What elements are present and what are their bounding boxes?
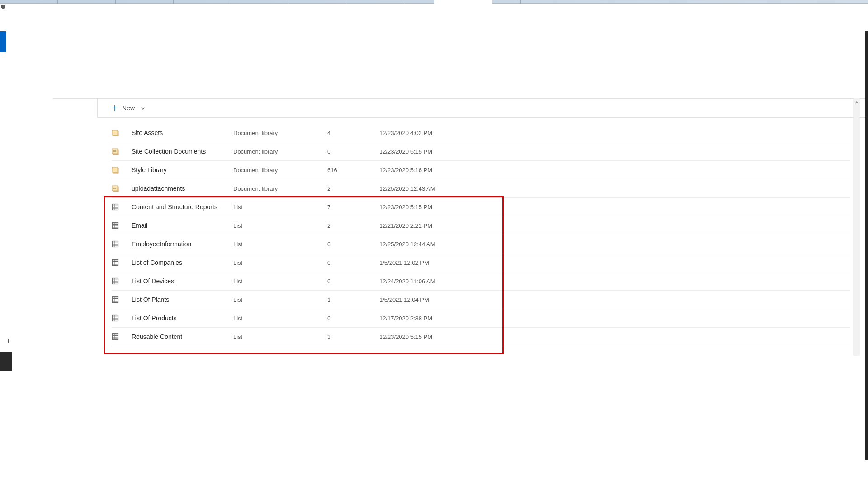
svg-rect-11 bbox=[113, 170, 116, 170]
item-name[interactable]: List of Companies bbox=[132, 259, 233, 266]
item-name[interactable]: Site Collection Documents bbox=[132, 148, 233, 155]
svg-rect-1 bbox=[112, 130, 118, 135]
item-type: List bbox=[233, 315, 327, 322]
svg-rect-6 bbox=[113, 150, 116, 151]
item-name[interactable]: EmployeeInformation bbox=[132, 240, 233, 248]
active-tab-indicator bbox=[434, 0, 492, 4]
item-type: List bbox=[233, 204, 327, 211]
item-type: List bbox=[233, 241, 327, 248]
list-icon bbox=[112, 333, 132, 340]
item-name[interactable]: Style Library bbox=[132, 166, 233, 174]
item-name[interactable]: uploadattachments bbox=[132, 185, 233, 192]
table-row[interactable]: uploadattachmentsDocument library212/25/… bbox=[112, 179, 850, 198]
item-modified: 12/23/2020 5:15 PM bbox=[379, 148, 637, 155]
item-modified: 1/5/2021 12:02 PM bbox=[379, 259, 637, 266]
item-count: 1 bbox=[327, 296, 379, 303]
list-icon bbox=[112, 259, 132, 266]
item-modified: 12/23/2020 5:16 PM bbox=[379, 167, 637, 174]
item-type: Document library bbox=[233, 130, 327, 136]
table-row[interactable]: Reusable ContentList312/23/2020 5:15 PM bbox=[112, 328, 850, 346]
item-modified: 12/23/2020 4:02 PM bbox=[379, 130, 637, 136]
browser-tab[interactable] bbox=[289, 0, 347, 4]
item-name[interactable]: List Of Products bbox=[132, 314, 233, 322]
item-modified: 12/21/2020 2:21 PM bbox=[379, 222, 637, 229]
item-type: Document library bbox=[233, 185, 327, 192]
list-icon bbox=[112, 203, 132, 211]
svg-rect-41 bbox=[113, 278, 118, 280]
table-row[interactable]: List of CompaniesList01/5/2021 12:02 PM bbox=[112, 253, 850, 272]
svg-rect-35 bbox=[113, 260, 118, 262]
command-bar: New bbox=[98, 98, 868, 118]
item-name[interactable]: List Of Plants bbox=[132, 296, 233, 303]
item-name[interactable]: Content and Structure Reports bbox=[132, 203, 233, 211]
item-modified: 12/25/2020 12:44 AM bbox=[379, 241, 637, 248]
item-modified: 12/24/2020 11:06 AM bbox=[379, 278, 637, 285]
document-library-icon bbox=[112, 184, 132, 192]
item-count: 2 bbox=[327, 185, 379, 192]
item-name[interactable]: Email bbox=[132, 222, 233, 229]
svg-rect-47 bbox=[113, 297, 118, 299]
list-icon bbox=[112, 296, 132, 303]
browser-tab[interactable] bbox=[58, 0, 116, 4]
svg-rect-9 bbox=[112, 167, 118, 172]
table-row[interactable]: Content and Structure ReportsList712/23/… bbox=[112, 198, 850, 216]
svg-rect-59 bbox=[113, 334, 118, 336]
item-name[interactable]: Site Assets bbox=[132, 129, 233, 136]
item-type: Document library bbox=[233, 167, 327, 174]
item-type: List bbox=[233, 278, 327, 285]
browser-tab[interactable] bbox=[174, 0, 231, 4]
svg-rect-14 bbox=[113, 188, 116, 188]
table-row[interactable]: List Of PlantsList11/5/2021 12:04 PM bbox=[112, 291, 850, 309]
item-count: 7 bbox=[327, 204, 379, 211]
table-row[interactable]: EmailList212/21/2020 2:21 PM bbox=[112, 216, 850, 235]
item-name[interactable]: List Of Devices bbox=[132, 277, 233, 285]
left-app-rail-active[interactable] bbox=[0, 31, 6, 52]
item-type: List bbox=[233, 333, 327, 340]
scroll-up-icon[interactable] bbox=[853, 98, 860, 107]
item-count: 0 bbox=[327, 148, 379, 155]
item-count: 2 bbox=[327, 222, 379, 229]
item-count: 3 bbox=[327, 333, 379, 340]
new-button-label: New bbox=[122, 104, 135, 112]
item-count: 0 bbox=[327, 278, 379, 285]
scrollbar[interactable] bbox=[853, 98, 860, 356]
chevron-down-icon bbox=[140, 105, 146, 111]
browser-tab[interactable] bbox=[347, 0, 405, 4]
item-count: 616 bbox=[327, 167, 379, 174]
document-library-icon bbox=[112, 129, 132, 137]
item-modified: 12/23/2020 5:15 PM bbox=[379, 333, 637, 340]
browser-tab[interactable] bbox=[0, 0, 58, 4]
browser-tab[interactable] bbox=[231, 0, 289, 4]
item-type: List bbox=[233, 296, 327, 303]
table-row[interactable]: EmployeeInformationList012/25/2020 12:44… bbox=[112, 235, 850, 253]
table-row[interactable]: List Of DevicesList012/24/2020 11:06 AM bbox=[112, 272, 850, 291]
item-name[interactable]: Reusable Content bbox=[132, 333, 233, 340]
item-type: List bbox=[233, 259, 327, 266]
svg-rect-53 bbox=[113, 315, 118, 317]
sidebar-letter: F bbox=[8, 338, 11, 344]
svg-rect-17 bbox=[113, 204, 118, 206]
list-icon bbox=[112, 314, 132, 322]
item-modified: 12/25/2020 12:43 AM bbox=[379, 185, 637, 192]
svg-rect-7 bbox=[113, 151, 116, 152]
left-sidebar-spacer bbox=[53, 98, 98, 118]
table-row[interactable]: Style LibraryDocument library61612/23/20… bbox=[112, 161, 850, 179]
svg-rect-10 bbox=[113, 169, 116, 169]
browser-tab[interactable] bbox=[116, 0, 174, 4]
table-row[interactable]: Site Collection DocumentsDocument librar… bbox=[112, 142, 850, 161]
item-modified: 12/23/2020 5:15 PM bbox=[379, 204, 637, 211]
svg-rect-15 bbox=[113, 188, 116, 189]
item-modified: 12/17/2020 2:38 PM bbox=[379, 315, 637, 322]
pin-icon[interactable] bbox=[0, 4, 7, 11]
document-library-icon bbox=[112, 147, 132, 155]
svg-rect-13 bbox=[112, 186, 118, 191]
new-button[interactable]: New bbox=[111, 104, 146, 112]
right-edge bbox=[865, 31, 868, 460]
item-count: 0 bbox=[327, 241, 379, 248]
table-row[interactable]: Site AssetsDocument library412/23/2020 4… bbox=[112, 124, 850, 142]
site-contents-table: Site AssetsDocument library412/23/2020 4… bbox=[112, 124, 850, 346]
table-row[interactable]: List Of ProductsList012/17/2020 2:38 PM bbox=[112, 309, 850, 328]
plus-icon bbox=[111, 104, 118, 112]
document-library-icon bbox=[112, 166, 132, 174]
left-app-rail bbox=[0, 31, 6, 460]
